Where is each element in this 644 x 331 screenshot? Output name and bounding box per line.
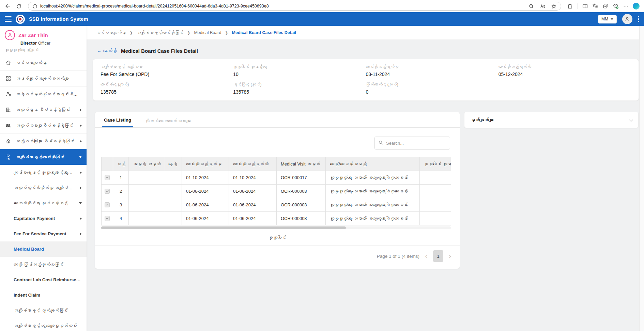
notes-panel[interactable]: မှတ်ချက်များ <box>464 112 639 128</box>
kebab-menu-icon[interactable] <box>638 16 639 22</box>
cell-claim-from: 01-10-2024 <box>182 171 229 185</box>
breadcrumb-home[interactable]: ပင်မစာမျက်နှာ <box>96 30 126 35</box>
extensions-icon[interactable] <box>566 2 575 11</box>
table-total-label: စုစုပေါင်း <box>95 235 460 240</box>
sidebar-item-benefit-claims[interactable]: အကျိုးခံစားခွင့်တောင်းဆိုခြင်း <box>0 149 87 165</box>
sidebar-item-capitation-payment[interactable]: Capitation Payment <box>0 211 87 226</box>
sidebar-item-benefit-payment-record[interactable]: အကျိုးခံစားခွင့် ငွေပေးချေမှုမှတ်တမ်း <box>0 318 87 331</box>
language-selector[interactable]: MM <box>598 15 617 23</box>
user-avatar-icon[interactable] <box>622 14 632 24</box>
sidebar-item-home[interactable]: ပင်မစာမျက်နှာ <box>0 55 87 71</box>
sidebar-item-workers[interactable]: အလုပ်သမားများစီမံခန့်ခွဲခြင်း <box>0 118 87 133</box>
more-options-icon[interactable] <box>622 2 630 11</box>
col-medical-visit-no: Medical Visit အမှတ် <box>277 157 326 171</box>
favorite-star-icon[interactable] <box>549 2 558 11</box>
copilot-icon[interactable] <box>632 2 641 11</box>
cell-seq: 4 <box>113 212 129 225</box>
cell-medical-visit-no: OCR-000003 <box>277 212 326 225</box>
sidebar-item-benefit-calculation[interactable]: အကျိုးခံစားခွင့် တွက်ချက်ခြင်း <box>0 303 87 318</box>
sidebar-item-department[interactable]: အလုပ်ဌာန စီမံခန့်ခွဲခြင်း <box>0 102 87 118</box>
address-bar[interactable]: localhost:4200/#/claims/medical-process/… <box>28 2 561 11</box>
language-value: MM <box>601 17 608 21</box>
page-number-button[interactable]: 1 <box>433 250 443 262</box>
chevron-down-icon <box>629 117 633 122</box>
col-hospital-name: ဆေးရုံ/ဆေးခန်းအမည် <box>326 157 420 171</box>
favorites-bar-icon[interactable] <box>591 2 600 11</box>
table-horizontal-scrollbar[interactable] <box>101 226 451 229</box>
hamburger-icon[interactable] <box>5 16 12 22</box>
sidebar-item-fee-for-service-payment[interactable]: Fee For Service Payment <box>0 226 87 241</box>
table-header-row: စဉ် အမှုတွဲ အမှတ် နေ့စွဲ တောင်းဆိုသည့်ရက… <box>102 157 451 171</box>
sidebar-item-member-registration[interactable]: အဖွဲ့ဝင်မှတ်ပုံတင်စာရင်းစီမံခန့်ခွဲခြင်း <box>0 86 87 102</box>
breadcrumb-current: Medical Board Case Files Detail <box>232 30 296 35</box>
breadcrumb-separator-icon: ❯ <box>187 31 190 35</box>
toolbar-divider <box>578 3 578 9</box>
user-name: Zar Zar Thin <box>18 32 48 38</box>
zoom-out-icon[interactable] <box>527 2 536 11</box>
sidebar-item-indent-claim[interactable]: Indent Claim <box>0 287 87 303</box>
page-scrollbar-strip[interactable] <box>639 26 644 331</box>
pagination-summary: Page 1 of 1 (4 items) <box>377 254 419 259</box>
search-icon <box>378 140 383 146</box>
sidebar-item-medical-process[interactable]: ဆေးဘက်ဆိုင်ရာ လုပ်ငန်းစဉ် <box>0 195 87 211</box>
app-title: SSB Information System <box>29 16 88 22</box>
field-approved-amount: ခွင့်ပြုငွေ (ကျပ်) 135785 <box>233 82 366 95</box>
sidebar-item-medicine-reimbursement[interactable]: ဆေးဖိုး ပြန်လည်ထုတ်ပေးခြင်း <box>0 257 87 272</box>
field-claim-date-from: တောင်းဆိုသည့်ရက်မှ 03-11-2024 <box>366 64 499 77</box>
tab-case-listing[interactable]: Case Listing <box>102 117 133 127</box>
cell-hospital-name: လူမှုဖူလုံရေး-သမားတော် အထွေထွေရောဂါကုဆေး… <box>326 198 420 212</box>
row-checkbox[interactable] <box>105 175 110 180</box>
breadcrumb: ပင်မစာမျက်နှာ ❯ အကျိုးခံစားခွင့်တောင်းဆိ… <box>87 26 644 40</box>
cell-date <box>164 212 182 225</box>
cell-hospital-name: လူမှုဖူလုံရေး-သမားတော် အထွေထွေရောဂါကုဆေး… <box>326 212 420 225</box>
split-screen-icon[interactable] <box>581 2 589 11</box>
benefit-claims-icon <box>5 154 12 160</box>
notes-panel-title: မှတ်ချက်များ <box>471 117 494 123</box>
cell-date <box>164 171 182 185</box>
case-listing-card: Case Listing လိုအပ်သောအထောက်အထားများ <box>95 112 460 269</box>
cell-total-patients <box>420 185 451 198</box>
back-arrow-icon: ← <box>97 48 102 53</box>
case-table-clip: စဉ် အမှုတွဲ အမှတ် နေ့စွဲ တောင်းဆိုသည့်ရက… <box>101 157 451 225</box>
sidebar-item-contract-lab-cost[interactable]: Contract Lab Cost Reimbursement <box>0 272 87 287</box>
read-aloud-icon[interactable] <box>538 2 547 11</box>
cell-medical-visit-no: OCR-000003 <box>277 185 326 198</box>
sidebar-item-employment-injury[interactable]: အလုပ်တွင်ထိခိုက်မှု အကျိုးခံစားခွင့် <box>0 180 87 195</box>
row-checkbox[interactable] <box>105 216 110 221</box>
page-prev-icon[interactable]: ‹ <box>423 253 430 259</box>
department-icon <box>5 107 12 113</box>
search-box[interactable] <box>374 137 450 149</box>
member-registration-icon <box>5 91 12 97</box>
row-checkbox[interactable] <box>105 202 110 207</box>
case-table: စဉ် အမှုတွဲ အမှတ် နေ့စွဲ တောင်းဆိုသည့်ရက… <box>101 157 451 225</box>
scrollbar-thumb[interactable] <box>101 226 346 229</box>
cell-case-number <box>129 171 164 185</box>
browser-essentials-icon[interactable] <box>611 2 620 11</box>
tab-required-documents[interactable]: လိုအပ်သောအထောက်အထားများ <box>143 119 193 127</box>
tab-bar: Case Listing လိုအပ်သောအထောက်အထားများ <box>95 112 460 128</box>
expand-right-icon <box>80 124 82 127</box>
refresh-icon[interactable] <box>14 2 23 11</box>
user-role: Director Officer <box>20 41 82 46</box>
sidebar-item-health-social-care[interactable]: ကျန်းမာရေးနှင့် လူမှုရေးစောင့်ရှောက်မှု <box>0 165 87 180</box>
field-total-patients: စုစုပေါင်း လူနာဦးရေ 10 <box>233 64 366 77</box>
field-claimed-amount: တောင်းခံငွေ (ကျပ်) 135785 <box>101 82 233 95</box>
expand-right-icon <box>80 109 82 111</box>
sidebar-item-summary[interactable]: အနှစ်ချုပ်အချက်အလက်များ <box>0 71 87 86</box>
breadcrumb-claims[interactable]: အကျိုးခံစားခွင့်တောင်းဆိုခြင်း <box>137 30 184 35</box>
cell-hospital-name: လူမှုဖူလုံရေး-သမားတော် အထွေထွေရောဂါကုဆေး… <box>326 171 420 185</box>
collections-icon[interactable] <box>601 2 610 11</box>
back-link[interactable]: ← နောက်သို့ <box>97 48 117 53</box>
expand-right-icon <box>80 233 82 235</box>
search-input[interactable] <box>386 141 446 146</box>
sidebar-item-medical-board[interactable]: Medical Board <box>0 241 87 257</box>
back-icon[interactable] <box>3 2 12 11</box>
summary-icon <box>5 76 12 81</box>
breadcrumb-medical-board[interactable]: Medical Board <box>194 30 221 35</box>
sidebar-user-avatar-icon <box>5 30 15 40</box>
sidebar-item-contributions[interactable]: ထည့်ဝင်ကြေးများ စီမံခန့်ခွဲခြင်း <box>0 133 87 149</box>
row-checkbox[interactable] <box>105 189 110 194</box>
pagination: Page 1 of 1 (4 items) ‹ 1 › <box>95 246 460 262</box>
page-next-icon[interactable]: › <box>447 253 454 259</box>
site-info-icon[interactable] <box>32 2 38 11</box>
